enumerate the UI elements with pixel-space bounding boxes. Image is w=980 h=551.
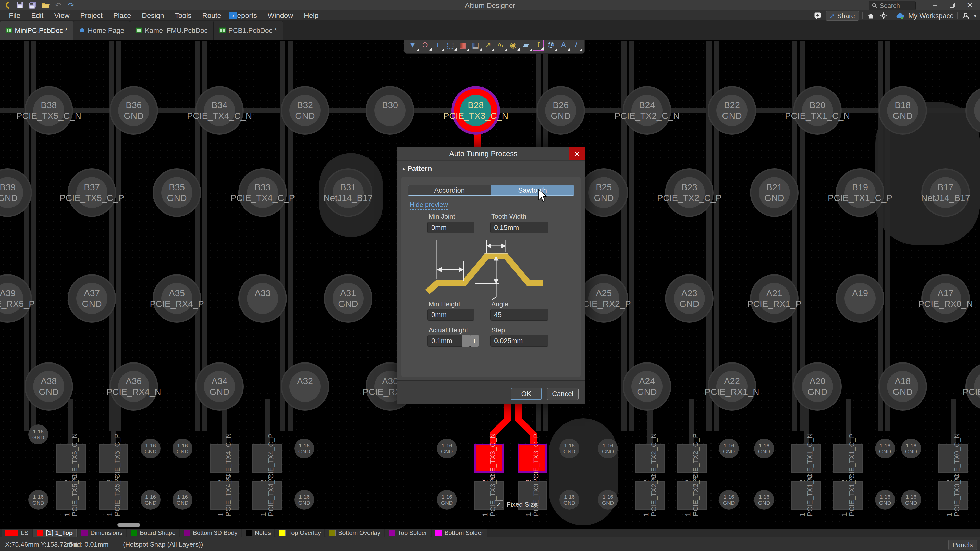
layer-tab-board-shape[interactable]: Board Shape xyxy=(127,529,179,537)
gnd-via[interactable]: 1-16GND xyxy=(141,438,161,458)
horizontal-scrollbar-thumb[interactable] xyxy=(118,524,140,527)
smd-pad-PCIE_TX5_N[interactable]: 1PCIE_TX5_N xyxy=(56,481,86,510)
chevron-down-icon[interactable]: ▾ xyxy=(974,13,977,19)
gnd-via[interactable]: 1-16GND xyxy=(875,438,895,458)
smd-pad-PCIE_TX0_N[interactable]: 1PCIE_TX0_N xyxy=(939,481,968,510)
smd-pad-PCIE_TX2_C_P[interactable]: 2PCIE_TX2_C_P xyxy=(677,444,707,473)
gnd-via[interactable]: 1-16GND xyxy=(28,490,48,510)
align-icon[interactable]: ▥ xyxy=(457,38,469,51)
home-icon[interactable] xyxy=(866,11,875,21)
tune-meander-icon[interactable]: ∿ xyxy=(495,38,506,51)
gnd-via[interactable]: 1-16GND xyxy=(559,490,579,510)
smd-pad-PCIE_TX2_P[interactable]: 1PCIE_TX2_P xyxy=(677,481,707,510)
help-advisor-icon[interactable]: › xyxy=(229,12,237,19)
smd-pad-PCIE_TX5_P[interactable]: 1PCIE_TX5_P xyxy=(99,481,128,510)
crosshair-icon[interactable]: + xyxy=(432,38,443,51)
menu-route[interactable]: Route xyxy=(197,10,227,21)
gnd-via[interactable]: 1-16GND xyxy=(598,490,618,510)
layer-tab-dimensions[interactable]: Dimensions xyxy=(78,529,126,537)
dimension-icon[interactable]: ⑩ xyxy=(546,38,557,51)
smd-pad-PCIE_TX4_N[interactable]: 1PCIE_TX4_N xyxy=(210,481,239,510)
gnd-via[interactable]: 1-16GND xyxy=(754,490,774,510)
doc-tab-3[interactable]: Kame_FMU.PcbDoc xyxy=(130,21,213,40)
menu-window[interactable]: Window xyxy=(262,10,299,21)
menu-project[interactable]: Project xyxy=(75,10,108,21)
active-route-icon[interactable]: ⤴ xyxy=(533,39,544,51)
gnd-via[interactable]: 1-16GND xyxy=(172,490,192,510)
polygon-pour-icon[interactable]: ▰ xyxy=(520,38,531,51)
smd-pad-PCIE_TX1_C_P[interactable]: 2PCIE_TX1_C_P xyxy=(833,444,863,473)
doc-tab-1[interactable]: MiniPC.PcbDoc * xyxy=(0,21,73,40)
gear-icon[interactable] xyxy=(879,11,888,21)
tab-accordion[interactable]: Accordion xyxy=(408,186,491,195)
layer-tab-bottom-solder[interactable]: Bottom Solder xyxy=(431,529,487,537)
angle-input[interactable]: 45 xyxy=(490,309,549,321)
share-button[interactable]: ➚ Share xyxy=(826,11,859,21)
smd-pad-PCIE_TX5_C_N[interactable]: 2PCIE_TX5_C_N xyxy=(56,444,86,473)
min-joint-input[interactable]: 0mm xyxy=(428,222,474,233)
maximize-button[interactable] xyxy=(945,0,959,10)
line-icon[interactable]: / xyxy=(570,38,582,51)
layer-tab-bottom-overlay[interactable]: Bottom Overlay xyxy=(325,529,384,537)
minimize-button[interactable]: – xyxy=(928,0,942,10)
string-text-icon[interactable]: A xyxy=(558,38,569,51)
component-icon[interactable]: ▦ xyxy=(470,38,481,51)
filter-icon[interactable]: ▼ xyxy=(407,38,418,51)
dialog-close-button[interactable]: ✕ xyxy=(570,147,585,160)
smd-pad-PCIE_TX2_N[interactable]: 1PCIE_TX2_N xyxy=(635,481,665,510)
smd-pad-PCIE_TX5_C_P[interactable]: 2PCIE_TX5_C_P xyxy=(99,444,128,473)
menu-view[interactable]: View xyxy=(49,10,75,21)
via-icon[interactable]: ◉ xyxy=(508,38,519,51)
fixed-size-checkbox[interactable]: ✓ xyxy=(495,500,503,508)
gnd-via[interactable]: 1-16GND xyxy=(294,490,314,510)
snap-magnet-icon[interactable]: Ͻ xyxy=(420,38,431,51)
dialog-title-bar[interactable]: Auto Tuning Process ✕ xyxy=(397,147,585,161)
ok-button[interactable]: OK xyxy=(511,388,542,400)
workspace-label[interactable]: My Workspace xyxy=(908,12,954,20)
tooth-width-input[interactable]: 0.15mm xyxy=(490,222,549,233)
gnd-via[interactable]: 1-16GND xyxy=(901,438,921,458)
smd-pad-PCIE_TX0_C_N[interactable]: 2PCIE_TX0_C_N xyxy=(939,444,968,473)
smd-pad-PCIE_TX1_N[interactable]: 1PCIE_TX1_N xyxy=(791,481,821,510)
layer-tab-top-solder[interactable]: Top Solder xyxy=(385,529,431,537)
layer-tab-notes[interactable]: Notes xyxy=(242,529,275,537)
gnd-via[interactable]: 1-16GND xyxy=(901,490,921,510)
gnd-via[interactable]: 1-16GND xyxy=(719,438,739,458)
interactive-route-icon[interactable]: ↗ xyxy=(482,38,493,51)
doc-tab-2[interactable]: Home Page xyxy=(73,21,130,40)
gnd-via[interactable]: 1-16GND xyxy=(294,438,314,458)
step-input[interactable]: 0.025mm xyxy=(490,335,549,347)
increment-button[interactable]: + xyxy=(470,335,479,347)
smd-pad-PCIE_TX4_C_P[interactable]: 2PCIE_TX4_C_P xyxy=(252,444,282,473)
menu-file[interactable]: File xyxy=(3,10,26,21)
menu-place[interactable]: Place xyxy=(108,10,137,21)
tab-sawtooth[interactable]: Sawtooth xyxy=(491,186,574,195)
gnd-via[interactable]: 1-16GND xyxy=(28,424,48,445)
menu-help[interactable]: Help xyxy=(299,10,324,21)
gnd-via[interactable]: 1-16GND xyxy=(172,438,192,458)
gnd-via[interactable]: 1-16GND xyxy=(141,490,161,510)
gnd-via[interactable]: 1-16GND xyxy=(437,438,457,458)
select-region-icon[interactable]: ⬚ xyxy=(445,38,456,51)
layer-tab-bottom-3d-body[interactable]: Bottom 3D Body xyxy=(180,529,241,537)
menu-design[interactable]: Design xyxy=(137,10,169,21)
layer-tab--1-1-top[interactable]: [1] 1_Top xyxy=(33,529,76,537)
menu-edit[interactable]: Edit xyxy=(26,10,49,21)
gnd-via[interactable]: 1-16GND xyxy=(875,490,895,510)
comment-icon[interactable] xyxy=(813,11,822,21)
gnd-via[interactable]: 1-16GND xyxy=(559,438,579,458)
smd-pad-PCIE_TX4_P[interactable]: 1PCIE_TX4_P xyxy=(252,481,282,510)
gnd-via[interactable]: 1-16GND xyxy=(719,490,739,510)
pattern-section-header[interactable]: ▴ Pattern xyxy=(402,165,432,173)
panels-button[interactable]: Panels xyxy=(948,540,977,550)
decrement-button[interactable]: − xyxy=(462,335,470,347)
close-window-button[interactable]: ✕ xyxy=(963,0,977,10)
smd-pad-PCIE_TX2_C_N[interactable]: 2PCIE_TX2_C_N xyxy=(635,444,665,473)
smd-pad-PCIE_TX1_C_N[interactable]: 2PCIE_TX1_C_N xyxy=(791,444,821,473)
hide-preview-link[interactable]: Hide preview xyxy=(410,201,448,210)
user-account-icon[interactable] xyxy=(961,11,970,21)
smd-pad-PCIE_TX1_P[interactable]: 1PCIE_TX1_P xyxy=(833,481,863,510)
gnd-via[interactable]: 1-16GND xyxy=(598,438,618,458)
smd-pad-PCIE_TX4_C_N[interactable]: 2PCIE_TX4_C_N xyxy=(210,444,239,473)
cancel-button[interactable]: Cancel xyxy=(547,388,579,400)
